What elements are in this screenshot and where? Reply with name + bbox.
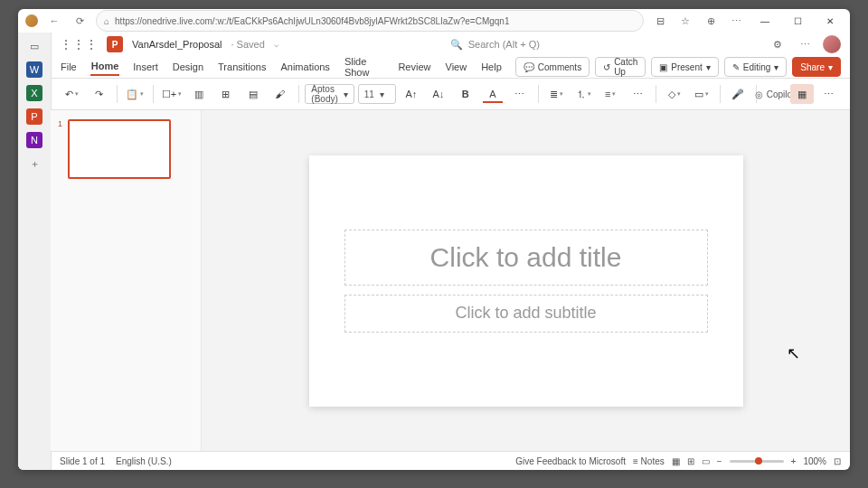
editing-mode-button[interactable]: ✎Editing▾ [724, 57, 788, 77]
back-button[interactable]: ← [45, 12, 63, 30]
tab-help[interactable]: Help [480, 59, 503, 75]
paste-button[interactable]: 📋▾ [123, 84, 146, 104]
address-bar[interactable]: ⌂ https://onedrive.live.com/:w:/t/EaCKkP… [96, 10, 644, 32]
designer-button[interactable]: ▦ [790, 84, 814, 104]
title-placeholder[interactable]: Click to add title [344, 230, 708, 286]
present-button[interactable]: ▣Present▾ [651, 57, 718, 77]
arrange-button[interactable]: ▭▾ [690, 84, 713, 104]
thumb-preview[interactable] [68, 119, 171, 179]
new-slide-button[interactable]: ☐+▾ [160, 84, 184, 104]
grow-font-button[interactable]: A↑ [400, 84, 423, 104]
workspace: 1 Click to add title Click to add subtit… [51, 110, 850, 451]
tab-home[interactable]: Home [90, 58, 120, 76]
subtitle-placeholder[interactable]: Click to add subtitle [344, 295, 708, 333]
tab-file[interactable]: File [60, 59, 78, 75]
zoom-in-button[interactable]: + [791, 456, 797, 466]
tab-animations[interactable]: Animations [279, 59, 330, 75]
ribbon-more-button[interactable]: ⋯ [817, 84, 841, 104]
favorite-icon[interactable]: ☆ [676, 12, 694, 30]
zoom-slider[interactable] [730, 460, 784, 463]
user-avatar[interactable] [823, 35, 841, 53]
collections-icon[interactable]: ⊕ [702, 12, 720, 30]
slide-panel[interactable]: 1 [51, 110, 202, 451]
slideshow-view-icon[interactable]: ▭ [702, 456, 710, 466]
reader-icon[interactable]: ⊟ [651, 12, 669, 30]
powerpoint-logo-icon: P [107, 36, 123, 52]
slide-canvas[interactable]: Click to add title Click to add subtitle [202, 110, 850, 451]
status-bar: Slide 1 of 1 English (U.S.) Give Feedbac… [51, 451, 850, 470]
font-select[interactable]: Aptos (Body)▾ [305, 84, 354, 104]
save-status: · Saved [231, 39, 264, 50]
word-icon[interactable]: W [26, 61, 42, 78]
format-painter-button[interactable]: 🖌 [269, 84, 292, 104]
onenote-icon[interactable]: N [26, 132, 42, 148]
tab-review[interactable]: Review [397, 59, 431, 75]
slide-count[interactable]: Slide 1 of 1 [60, 456, 105, 466]
tab-insert[interactable]: Insert [132, 59, 159, 75]
notes-button[interactable]: ≡ Notes [633, 456, 665, 466]
tab-transitions[interactable]: Transitions [217, 59, 267, 75]
reuse-slides-button[interactable]: ⊞ [214, 84, 238, 104]
undo-button[interactable]: ↶▾ [60, 84, 83, 104]
dictate-button[interactable]: 🎤 [726, 84, 750, 104]
tab-design[interactable]: Design [172, 59, 204, 75]
shapes-button[interactable]: ◇▾ [663, 84, 686, 104]
catchup-icon: ↺ [603, 62, 610, 72]
tab-view[interactable]: View [445, 59, 468, 75]
add-app-icon[interactable]: ＋ [26, 155, 42, 172]
browser-window: ← ⟳ ⌂ https://onedrive.live.com/:w:/t/Ea… [18, 9, 850, 470]
zoom-level[interactable]: 100% [803, 456, 826, 466]
font-size-select[interactable]: 11▾ [358, 84, 396, 104]
excel-icon[interactable]: X [26, 85, 42, 101]
language-status[interactable]: English (U.S.) [116, 456, 172, 466]
search-icon: 🔍 [450, 39, 463, 51]
slide-thumbnail[interactable]: 1 [58, 119, 193, 179]
header-menu-icon[interactable]: ⋯ [796, 35, 814, 53]
url-text: https://onedrive.live.com/:w:/t/EaCKkPs6… [115, 16, 509, 26]
fit-to-window-icon[interactable]: ⊡ [834, 456, 841, 466]
tab-slideshow[interactable]: Slide Show [344, 53, 385, 80]
minimize-button[interactable]: — [752, 11, 778, 31]
search-placeholder: Search (Alt + Q) [468, 39, 540, 50]
thumb-number: 1 [58, 119, 62, 179]
bold-button[interactable]: B [454, 84, 477, 104]
catchup-button[interactable]: ↺Catch Up [595, 57, 646, 77]
font-more-button[interactable]: ⋯ [508, 84, 532, 104]
browser-titlebar: ← ⟳ ⌂ https://onedrive.live.com/:w:/t/Ea… [18, 9, 850, 33]
copilot-button[interactable]: ◎Copilot [763, 84, 787, 104]
document-name[interactable]: VanArsdel_Proposal [132, 39, 222, 50]
browser-menu-icon[interactable]: ⋯ [727, 12, 745, 30]
comments-button[interactable]: 💬Comments [515, 57, 590, 77]
bullets-button[interactable]: ≣▾ [544, 84, 568, 104]
tab-favicon [25, 14, 38, 27]
section-button[interactable]: ▤ [241, 84, 265, 104]
align-button[interactable]: ≡▾ [599, 84, 622, 104]
feedback-link[interactable]: Give Feedback to Microsoft [515, 456, 626, 466]
refresh-button[interactable]: ⟳ [71, 12, 89, 30]
app-header: ⋮⋮⋮ P VanArsdel_Proposal · Saved ⌵ 🔍 Sea… [51, 33, 850, 56]
redo-button[interactable]: ↷ [87, 84, 110, 104]
paragraph-more-button[interactable]: ⋯ [626, 84, 649, 104]
ribbon-tabs: File Home Insert Design Transitions Anim… [51, 56, 850, 79]
office-sidebar: ▭ W X P N ＋ [18, 33, 52, 470]
slide[interactable]: Click to add title Click to add subtitle [309, 155, 743, 407]
comment-icon: 💬 [524, 62, 534, 72]
settings-gear-icon[interactable]: ⚙ [769, 35, 787, 53]
powerpoint-icon[interactable]: P [26, 108, 42, 125]
chevron-down-icon[interactable]: ⌵ [274, 40, 278, 49]
maximize-button[interactable]: ☐ [785, 11, 810, 31]
numbering-button[interactable]: ⒈▾ [571, 84, 595, 104]
sidebar-tab-icon[interactable]: ▭ [26, 38, 42, 54]
font-color-button[interactable]: A [481, 84, 505, 104]
pencil-icon: ✎ [732, 62, 740, 72]
shrink-font-button[interactable]: A↓ [427, 84, 450, 104]
share-button[interactable]: Share▾ [792, 57, 841, 77]
normal-view-icon[interactable]: ▦ [672, 456, 680, 466]
present-icon: ▣ [659, 62, 667, 72]
app-launcher-icon[interactable]: ⋮⋮⋮ [60, 37, 98, 52]
search-box[interactable]: 🔍 Search (Alt + Q) [450, 35, 595, 53]
layout-button[interactable]: ▥ [187, 84, 211, 104]
close-button[interactable]: ✕ [817, 11, 843, 31]
sorter-view-icon[interactable]: ⊞ [687, 456, 694, 466]
zoom-out-button[interactable]: − [717, 456, 722, 466]
